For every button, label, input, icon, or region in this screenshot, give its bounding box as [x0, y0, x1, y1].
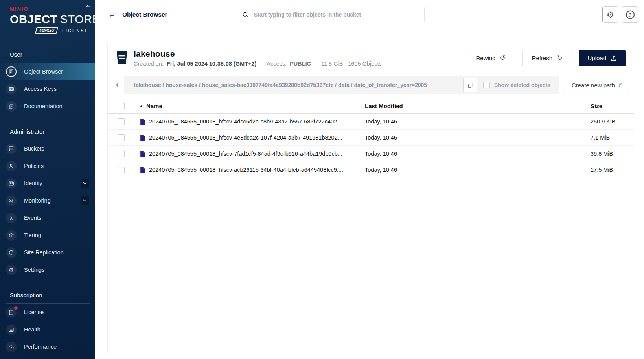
sidebar-item-site-replication[interactable]: Site Replication	[0, 244, 95, 261]
monitoring-icon	[6, 195, 17, 206]
object-size: 7.1 MiB	[591, 134, 634, 141]
column-header-last-modified: Last Modified	[365, 103, 591, 109]
sidebar-item-health[interactable]: Health	[0, 321, 95, 338]
section-title-administrator: Administrator	[6, 128, 90, 140]
license-badge-row: AGPLv3 LICENSE	[36, 27, 95, 34]
settings-gear-icon: ⚙	[6, 265, 17, 275]
copy-path-button[interactable]	[463, 78, 477, 92]
help-button[interactable]: ?	[622, 7, 638, 23]
objects-table: ▲ Name Last Modified Size 20240705_08455…	[108, 99, 634, 178]
table-row[interactable]: 20240705_084555_00018_hfscv-4dcc5d2a-c8b…	[108, 114, 634, 130]
sidebar-collapse-icon[interactable]: ⇤	[86, 2, 91, 10]
sidebar-item-label: License	[24, 309, 44, 315]
sidebar-item-label: Access Keys	[24, 86, 57, 92]
object-last-modified: Today, 10:46	[365, 134, 591, 141]
sidebar: ⇤ MINIO OBJECTSTORE AGPLv3 LICENSE User …	[0, 0, 95, 359]
file-icon	[139, 151, 146, 157]
sidebar-item-label: Health	[24, 326, 40, 333]
sidebar-item-label: Policies	[24, 163, 44, 169]
row-checkbox[interactable]	[118, 167, 125, 173]
sidebar-item-policies[interactable]: Policies	[0, 157, 95, 175]
topbar: ← Object Browser ⚙ ?	[95, 0, 644, 29]
sidebar-section-subscription: Subscription License Health Performance	[0, 292, 95, 355]
sidebar-item-documentation[interactable]: Documentation	[0, 98, 95, 115]
sidebar-item-object-browser[interactable]: Object Browser	[0, 63, 95, 80]
table-row[interactable]: 20240705_084555_00018_hfscv-acb26115-34b…	[108, 162, 634, 178]
settings-button[interactable]: ⚙	[602, 7, 618, 23]
site-replication-icon	[6, 247, 17, 258]
sidebar-item-settings[interactable]: ⚙ Settings	[0, 261, 95, 278]
sidebar-item-label: Monitoring	[24, 197, 51, 204]
row-checkbox[interactable]	[118, 151, 125, 157]
sidebar-item-label: Buckets	[24, 145, 44, 152]
show-deleted-checkbox[interactable]	[483, 82, 490, 88]
sidebar-item-label: Events	[24, 215, 41, 221]
buckets-icon	[6, 144, 17, 154]
sidebar-item-label: Site Replication	[24, 249, 64, 256]
minio-brand-text: MINIO	[10, 6, 95, 12]
row-checkbox[interactable]	[118, 134, 125, 141]
bucket-usage: 11.8 GiB - 1605 Objects	[321, 61, 382, 67]
sidebar-item-identity[interactable]: Identity	[0, 175, 95, 192]
search-input[interactable]	[253, 11, 419, 18]
column-header-size: Size	[591, 103, 634, 109]
refresh-icon: ↻	[557, 55, 562, 61]
sidebar-section-user: User Object Browser Access Keys Document…	[0, 51, 95, 115]
license-icon	[6, 307, 17, 318]
license-notification-dot	[14, 306, 18, 310]
object-name: 20240705_084555_00018_hfscv-acb26115-34b…	[149, 167, 343, 173]
table-row[interactable]: 20240705_084555_00018_hfscv-4e8dca2c-107…	[108, 130, 634, 146]
breadcrumb-row: ‹ lakehouse / house-sales / house_sales-…	[108, 72, 634, 98]
column-header-name[interactable]: ▲ Name	[135, 103, 365, 109]
sidebar-divider	[6, 41, 90, 41]
access-label: Access:	[267, 61, 287, 67]
sidebar-item-access-keys[interactable]: Access Keys	[0, 80, 95, 98]
sidebar-item-tiering[interactable]: Tiering	[0, 226, 95, 244]
refresh-button[interactable]: Refresh ↻	[522, 50, 572, 66]
sidebar-item-performance[interactable]: Performance	[0, 338, 95, 355]
breadcrumb-path: lakehouse / house-sales / house_sales-ba…	[134, 82, 457, 88]
gear-icon: ⚙	[607, 11, 614, 19]
object-store-wordmark: OBJECTSTORE	[10, 13, 95, 26]
create-new-path-button[interactable]: Create new path :∕∕	[564, 77, 628, 93]
section-title-user: User	[6, 51, 90, 63]
back-arrow-icon[interactable]: ←	[108, 10, 116, 19]
upload-button[interactable]: Upload	[579, 50, 626, 66]
upload-icon	[611, 55, 617, 61]
table-row[interactable]: 20240705_084555_00018_hfscv-7fad1cf5-84a…	[108, 146, 634, 162]
identity-icon	[6, 178, 17, 189]
monitoring-expand-chevron-icon[interactable]	[81, 196, 89, 205]
events-lambda-icon: λ	[6, 213, 17, 223]
minio-logo: MINIO OBJECTSTORE AGPLv3 LICENSE	[0, 0, 95, 34]
section-title-subscription: Subscription	[6, 292, 90, 304]
show-deleted-toggle: Show deleted objects	[483, 82, 554, 88]
rewind-icon: ↺	[500, 55, 505, 61]
path-icon: :∕∕	[618, 82, 620, 88]
sidebar-item-license[interactable]: License	[0, 304, 95, 321]
created-on-value: Fri, Jul 05 2024 10:35:08 (GMT+2)	[167, 61, 256, 67]
sidebar-item-label: Performance	[24, 344, 57, 350]
rewind-button[interactable]: Rewind ↺	[466, 50, 515, 66]
table-header-row: ▲ Name Last Modified Size	[108, 99, 634, 114]
breadcrumb-back-chevron[interactable]: ‹	[116, 79, 120, 90]
object-browser-icon	[6, 66, 17, 77]
sidebar-item-events[interactable]: λ Events	[0, 209, 95, 226]
sidebar-item-label: Settings	[24, 267, 44, 273]
license-label: LICENSE	[62, 28, 89, 33]
page-title: Object Browser	[122, 11, 167, 18]
created-on-label: Created on:	[134, 61, 164, 67]
sidebar-item-monitoring[interactable]: Monitoring	[0, 192, 95, 209]
access-value: PUBLIC	[290, 61, 311, 67]
agpl-badge: AGPLv3	[35, 27, 58, 34]
sidebar-item-buckets[interactable]: Buckets	[0, 140, 95, 157]
file-icon	[139, 134, 146, 141]
file-icon	[139, 118, 146, 125]
filter-objects-search[interactable]	[237, 7, 425, 22]
identity-expand-chevron-icon[interactable]	[81, 179, 89, 188]
file-icon	[139, 167, 146, 173]
bucket-header: lakehouse Created on: Fri, Jul 05 2024 1…	[108, 43, 634, 72]
sidebar-item-label: Tiering	[24, 232, 41, 238]
main-area: ← Object Browser ⚙ ? lakeho	[95, 0, 644, 359]
select-all-checkbox[interactable]	[118, 103, 125, 109]
row-checkbox[interactable]	[118, 118, 125, 125]
